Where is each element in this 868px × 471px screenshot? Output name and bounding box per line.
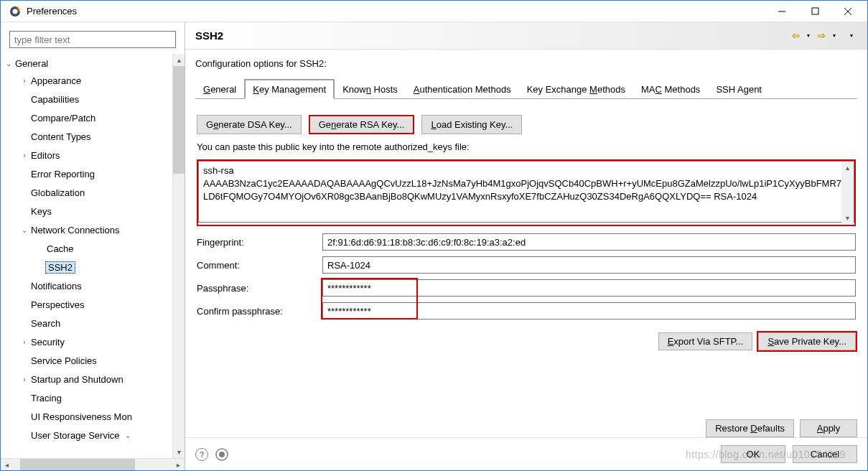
confirm-label: Confirm passphrase:	[197, 306, 315, 317]
tree-item-network[interactable]: ⌄Network Connections	[19, 222, 172, 238]
generate-rsa-button[interactable]: Generate RSA Key...	[309, 115, 415, 134]
subtitle: Configuration options for SSH2:	[195, 58, 857, 69]
minimize-button[interactable]	[765, 1, 798, 22]
tab-authmethods[interactable]: Authentication Methods	[406, 80, 519, 98]
scroll-thumb[interactable]	[173, 66, 185, 174]
tab-keymgmt[interactable]: Key Management	[244, 79, 335, 99]
public-key-label: You can paste this public key into the r…	[197, 141, 856, 152]
scroll-up-icon[interactable]: ▴	[841, 162, 854, 174]
forward-icon[interactable]: ⇨	[816, 30, 827, 42]
tabs: General Key Management Known Hosts Authe…	[195, 79, 857, 99]
tree-item-userstorage[interactable]: User Storage Service⌄	[19, 427, 172, 443]
tree-item-keys[interactable]: Keys	[19, 203, 172, 219]
tree-item-perspectives[interactable]: Perspectives	[19, 297, 172, 312]
scroll-down-icon[interactable]: ▾	[841, 212, 854, 224]
tree-item-contenttypes[interactable]: Content Types	[19, 129, 172, 144]
tree-item-appearance[interactable]: ›Appearance	[19, 73, 172, 88]
tab-sshagent[interactable]: SSH Agent	[708, 80, 770, 98]
preferences-tree[interactable]: ⌄General ›Appearance Capabilities Compar…	[1, 54, 172, 458]
comment-label: Comment:	[197, 260, 315, 271]
tree-item-globalization[interactable]: Globalization	[19, 185, 172, 200]
scroll-left-icon[interactable]: ◂	[1, 461, 13, 469]
textarea-scrollbar[interactable]: ▴ ▾	[841, 162, 854, 224]
header-nav-icons: ⇦ ▾ ⇨ ▾ ▾	[790, 30, 857, 42]
tree-vertical-scrollbar[interactable]: ▴ ▾	[172, 54, 185, 458]
svg-point-1	[13, 9, 18, 14]
tree-horizontal-scrollbar[interactable]: ◂ ▸	[1, 458, 185, 470]
filter-input[interactable]	[9, 31, 176, 48]
tree-item-capabilities[interactable]: Capabilities	[19, 91, 172, 107]
window-title: Preferences	[27, 6, 765, 17]
maximize-button[interactable]	[798, 1, 831, 22]
tree-item-search[interactable]: Search	[19, 315, 172, 331]
titlebar: Preferences	[1, 1, 867, 22]
confirm-field[interactable]	[322, 302, 856, 320]
apply-button[interactable]: Apply	[800, 419, 857, 437]
chevron-down-icon[interactable]: ⌄	[123, 432, 133, 439]
svg-rect-3	[812, 8, 818, 14]
forward-menu-icon[interactable]: ▾	[829, 30, 840, 42]
page-title: SSH2	[195, 29, 790, 42]
tree-item-security[interactable]: ›Security	[19, 334, 172, 350]
scroll-right-icon[interactable]: ▸	[172, 461, 185, 469]
load-key-button[interactable]: Load Existing Key...	[421, 115, 522, 134]
back-icon[interactable]: ⇦	[790, 30, 801, 42]
chevron-right-icon[interactable]: ›	[19, 77, 29, 85]
chevron-right-icon[interactable]: ›	[19, 376, 29, 383]
tab-general[interactable]: General	[195, 80, 244, 98]
close-button[interactable]	[831, 1, 864, 22]
tree-item-compare[interactable]: Compare/Patch	[19, 110, 172, 126]
tree-item-cache[interactable]: Cache	[35, 241, 172, 256]
right-pane: SSH2 ⇦ ▾ ⇨ ▾ ▾ Configuration options for…	[185, 22, 867, 470]
chevron-right-icon[interactable]: ›	[19, 338, 29, 346]
comment-field[interactable]	[322, 256, 856, 274]
chevron-down-icon[interactable]: ⌄	[4, 60, 14, 67]
passphrase-label: Passphrase:	[197, 283, 315, 294]
record-icon[interactable]	[215, 448, 228, 461]
passphrase-field[interactable]	[322, 279, 856, 297]
svg-point-7	[219, 452, 225, 457]
tree-item-general[interactable]: ⌄General	[4, 55, 172, 71]
pref-menu-icon[interactable]: ▾	[846, 30, 857, 42]
chevron-down-icon[interactable]: ⌄	[19, 226, 29, 234]
fingerprint-field[interactable]	[322, 233, 856, 251]
app-icon	[9, 6, 21, 17]
restore-defaults-button[interactable]: Restore Defaults	[706, 419, 794, 437]
public-key-textarea[interactable]: ssh-rsa AAAAB3NzaC1yc2EAAAADAQABAAAAgQCv…	[198, 161, 854, 223]
scroll-up-icon[interactable]: ▴	[173, 54, 185, 66]
fingerprint-label: Fingerprint:	[197, 237, 315, 248]
tree-item-tracing[interactable]: Tracing	[19, 390, 172, 406]
tab-knownhosts[interactable]: Known Hosts	[335, 80, 406, 98]
tree-item-errorreport[interactable]: Error Reporting	[19, 166, 172, 182]
tree-item-startup[interactable]: ›Startup and Shutdown	[19, 371, 172, 387]
tree-item-ssh2[interactable]: SSH2	[35, 259, 172, 275]
generate-dsa-button[interactable]: Generate DSA Key...	[197, 115, 302, 134]
tree-item-uiresp[interactable]: UI Responsiveness Mon	[19, 409, 172, 424]
tab-macmethods[interactable]: MAC Methods	[633, 80, 708, 98]
save-private-key-button[interactable]: Save Private Key...	[758, 332, 856, 350]
export-sftp-button[interactable]: Export Via SFTP...	[658, 332, 753, 350]
back-menu-icon[interactable]: ▾	[803, 30, 814, 42]
scroll-thumb[interactable]	[20, 459, 135, 470]
left-pane: ⌄General ›Appearance Capabilities Compar…	[1, 22, 185, 470]
help-icon[interactable]: ?	[195, 448, 208, 461]
ok-button[interactable]: OK	[721, 445, 785, 463]
tab-keyexch[interactable]: Key Exchange Methods	[519, 80, 633, 98]
tree-item-notifications[interactable]: Notifications	[19, 278, 172, 294]
chevron-right-icon[interactable]: ›	[19, 151, 29, 159]
tree-item-editors[interactable]: ›Editors	[19, 147, 172, 163]
cancel-button[interactable]: Cancel	[793, 445, 857, 463]
tree-item-servicepolicies[interactable]: Service Policies	[19, 353, 172, 368]
scroll-down-icon[interactable]: ▾	[173, 446, 185, 458]
